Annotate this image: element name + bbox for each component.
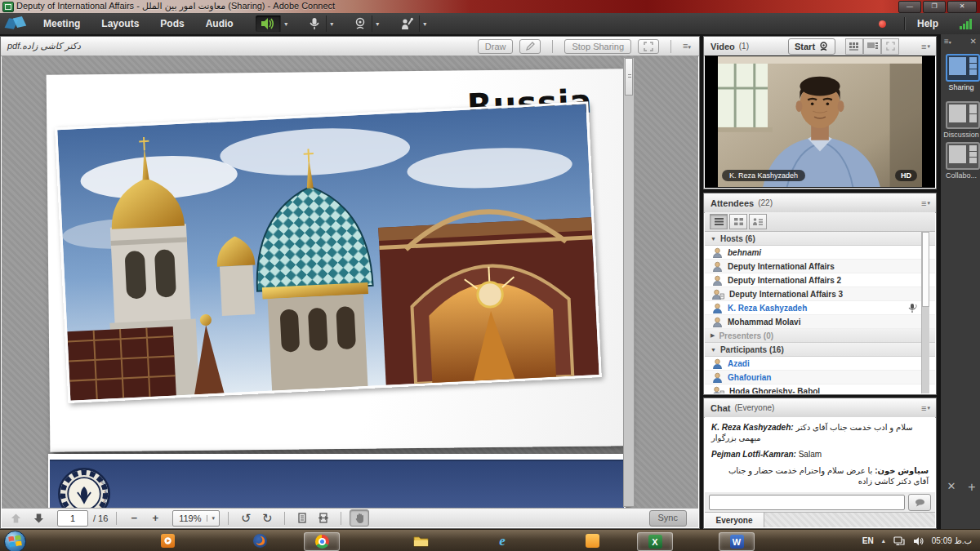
attendee-row[interactable]: Mohammad Molavi [705,315,935,329]
zoom-caret-icon: ▾ [207,515,219,522]
zoom-out-button[interactable]: − [125,510,143,526]
rotate-left-button[interactable]: ↺ [237,510,255,526]
chat-pod-menu-button[interactable]: ≡▾ [921,404,930,412]
menu-meeting[interactable]: Meeting [33,13,91,34]
attendee-grid-view-button[interactable] [729,214,747,229]
delete-layout-button[interactable]: ✕ [947,480,956,495]
document-scrollbar[interactable] [623,57,635,507]
group-participants[interactable]: ▼Participants (16) [705,343,935,357]
start-button[interactable] [4,531,26,551]
close-button[interactable]: ✕ [947,1,977,13]
sidebar-close-button[interactable]: ✕ [970,37,977,46]
taskbar-word[interactable]: W [719,532,755,551]
chat-input[interactable] [709,495,905,510]
webcam-dropdown[interactable]: ▾ [372,16,383,32]
attendee-row[interactable]: Deputy International Affairs 2 [705,273,935,287]
zoom-in-button[interactable]: + [146,510,164,526]
rotate-right-button[interactable]: ↻ [258,510,276,526]
layout-discussion[interactable] [946,101,980,129]
pan-tool-button[interactable] [350,509,369,527]
video-pod-menu-button[interactable]: ≡▾ [921,42,930,51]
layout-discussion-label[interactable]: Discussion [941,131,980,139]
page-up-button[interactable] [7,510,24,526]
send-chat-icon [915,499,925,507]
menu-audio[interactable]: Audio [195,13,244,34]
minimize-button[interactable]: — [898,1,921,13]
attendee-row[interactable]: Deputy International Affairs [705,260,935,273]
taskbar-media-player[interactable] [155,532,180,549]
chat-message: Pejman Lotfi-Kamran: Salam [711,449,929,460]
tray-language[interactable]: EN [862,536,874,545]
add-layout-button[interactable]: + [968,480,975,495]
layout-sharing-label[interactable]: Sharing [941,83,980,91]
stop-sharing-button[interactable]: Stop Sharing [564,39,631,54]
taskbar-firefox[interactable] [247,532,272,549]
raise-hand-dropdown[interactable]: ▾ [419,16,430,32]
tab-everyone[interactable]: Everyone [705,513,764,527]
chat-pod: Chat (Everyone) ≡▾ K. Reza Kashyzadeh: س… [703,398,937,529]
attendee-row[interactable]: Ghafourian [705,371,935,384]
pencil-icon [525,42,535,51]
tray-expand-icon[interactable]: ▴ [882,537,885,544]
layout-sharing[interactable] [946,54,980,82]
fullscreen-button[interactable] [638,39,659,54]
attendees-pod-menu-button[interactable]: ≡▾ [921,199,930,207]
maximize-button[interactable]: ❐ [923,1,946,13]
taskbar-explorer[interactable] [408,532,433,549]
sidebar-menu-button[interactable]: ≡▾ [944,37,951,46]
start-webcam-button[interactable]: Start [788,38,835,55]
attendee-row[interactable]: Hoda Ghoreishy- Babol [705,384,935,393]
attendee-row[interactable]: behnami [705,246,935,260]
attendee-row[interactable]: Deputy International Affairs 3 [705,287,935,301]
speaker-dropdown[interactable]: ▾ [280,16,292,32]
taskbar-excel[interactable]: X [637,532,673,551]
help-menu[interactable]: Help [917,18,938,29]
group-hosts[interactable]: ▼Hosts (6) [705,232,935,246]
attendee-row[interactable]: Azadi [705,357,935,371]
attendee-list-view-button[interactable] [710,214,728,229]
explorer-icon [413,535,429,547]
fit-width-button[interactable] [314,510,332,526]
raise-hand-button[interactable] [394,16,419,32]
page-down-button[interactable] [29,510,47,526]
layouts-sidebar: ≡▾ ✕ Sharing Discussion Collabo... ✕ + [939,34,980,529]
sync-button[interactable]: Sync [649,510,687,527]
volume-icon[interactable] [913,536,924,546]
grid-view-button[interactable] [845,38,863,55]
window-title: Deputy of International Affairs - معاونت… [16,1,335,11]
share-pod: دکتر کاشی زاده.pdf Draw Stop Sharing ≡▾ [0,36,700,529]
taskbar-chrome[interactable] [304,532,340,551]
word-icon: W [730,535,744,549]
firefox-icon [253,534,267,548]
microphone-dropdown[interactable]: ▾ [326,16,337,32]
tray-clock[interactable]: 05:09 ب.ظ [932,536,972,545]
layout-collaboration[interactable] [946,142,980,170]
taskbar-notes[interactable] [580,532,604,549]
slide-page: Russia [47,69,628,451]
connection-strength-icon [960,18,972,29]
attendee-status-view-button[interactable] [749,214,767,229]
group-presenters[interactable]: ▶Presenters (0) [705,329,935,343]
zoom-level-select[interactable]: 119% ▾ [172,510,220,527]
menu-layouts[interactable]: Layouts [91,13,149,34]
speaker-button[interactable] [256,16,280,32]
webcam-button[interactable] [349,16,372,32]
attendee-row-self[interactable]: K. Reza Kashyzadeh [705,301,935,315]
send-chat-button[interactable] [908,494,931,511]
attendees-scrollbar-thumb[interactable] [922,232,929,307]
taskbar-ie[interactable]: e [490,532,514,549]
draw-tool-button[interactable] [519,39,541,54]
microphone-button[interactable] [303,16,326,32]
fit-page-button[interactable] [293,510,311,526]
draw-button[interactable]: Draw [478,39,514,54]
menu-pods[interactable]: Pods [149,13,194,34]
filmstrip-view-button[interactable] [863,38,881,55]
document-scrollbar-thumb[interactable] [625,58,633,96]
layout-collaboration-label[interactable]: Collabo... [941,171,980,180]
share-pod-menu-button[interactable]: ≡▾ [683,42,691,51]
network-icon[interactable] [893,536,905,546]
video-fullscreen-button[interactable] [881,38,899,55]
page-number-input[interactable] [57,510,88,527]
chat-pod-header: Chat (Everyone) ≡▾ [704,398,936,418]
attendees-scrollbar[interactable] [921,232,929,393]
